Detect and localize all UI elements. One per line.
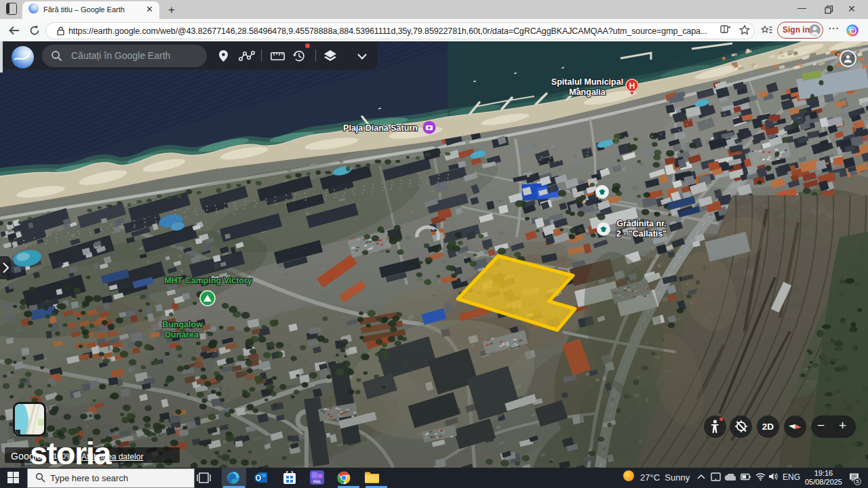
svg-text:Grădinița nr.: Grădinița nr. [616,219,667,228]
svg-text:MHT Camping Victory: MHT Camping Victory [164,276,252,285]
svg-text:Plaja Diana Saturn: Plaja Diana Saturn [343,123,418,133]
svg-text:H: H [629,81,635,91]
svg-text:Spitalul Municipal: Spitalul Municipal [551,77,623,87]
svg-text:Bungalow: Bungalow [162,320,203,329]
svg-text:2 - "Callatis": 2 - "Callatis" [616,229,667,239]
svg-text:Dunărea: Dunărea [165,330,199,340]
svg-text:Mangalia: Mangalia [569,87,606,97]
svg-text:PMS: PMS [313,480,321,484]
